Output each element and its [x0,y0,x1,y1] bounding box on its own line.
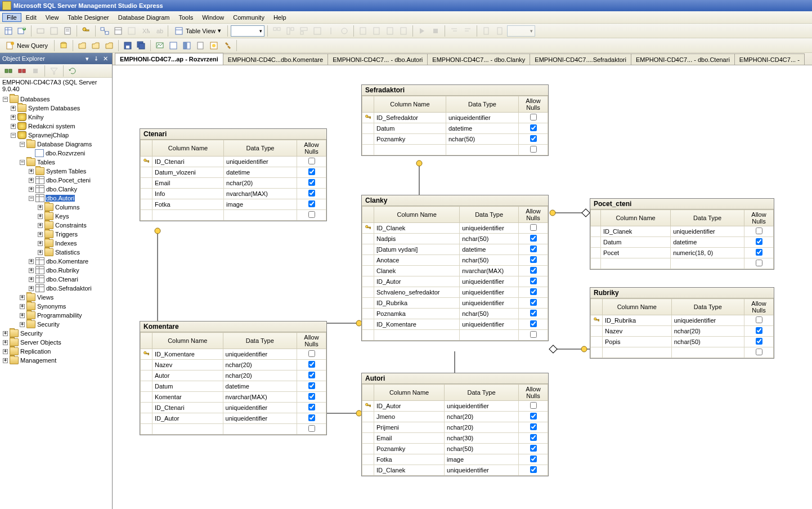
allow-nulls-checkbox[interactable] [308,200,315,207]
tree-server-objects[interactable]: Server Objects [20,339,62,346]
column-name-cell[interactable]: ID_Clanek [601,226,671,237]
explorer-pin-icon[interactable] [92,55,101,62]
menu-community[interactable]: Community [228,13,269,22]
table-row[interactable]: ID_Clanekuniqueidentifier [362,223,548,234]
allow-nulls-cell[interactable] [519,433,548,444]
column-name-cell[interactable] [374,330,460,341]
table-row[interactable]: ID_Clanekuniqueidentifier [591,226,774,237]
allow-nulls-checkbox[interactable] [530,310,537,316]
allow-nulls-cell[interactable] [297,413,326,424]
menu-database-diagram[interactable]: Database Diagram [114,13,174,22]
allow-nulls-cell[interactable] [297,424,326,435]
relationships-icon[interactable] [98,25,111,37]
table-row[interactable]: ID_Sefredaktoruniqueidentifier [362,113,548,123]
table-row[interactable] [591,347,774,358]
table-row[interactable]: ID_Komentareuniqueidentifier [141,349,326,360]
table-row[interactable]: ID_Ctenariuniqueidentifier [141,157,326,167]
allow-nulls-cell[interactable] [297,210,326,221]
data-type-cell[interactable]: uniqueidentifier [460,276,519,287]
table-row[interactable]: Emailnchar(30) [362,433,548,444]
column-name-cell[interactable]: ID_Ctenari [152,157,224,167]
table-row[interactable]: ID_Autoruniqueidentifier [362,276,548,287]
data-type-cell[interactable] [446,145,519,155]
allow-nulls-checkbox[interactable] [530,114,537,120]
column-name-cell[interactable]: ID_Autor [374,276,460,287]
data-type-cell[interactable]: uniqueidentifier [445,465,519,476]
tree-redakcni-system[interactable]: Redakcni system [28,123,76,130]
tree-synonyms[interactable]: Synonyms [37,303,66,310]
allow-nulls-checkbox[interactable] [308,179,315,186]
tree-clanky[interactable]: dbo.Clanky [46,186,78,193]
allow-nulls-checkbox[interactable] [308,158,315,164]
data-type-cell[interactable]: nchar(50) [460,234,519,244]
open-file-2-icon[interactable] [89,39,102,52]
allow-nulls-cell[interactable] [744,237,774,248]
column-name-cell[interactable]: Poznamky [374,134,446,145]
column-name-cell[interactable]: Datum [601,237,671,248]
doc-tab-ctenari[interactable]: EMPHONI-CD4C7... - dbo.Ctenari [631,53,735,65]
data-type-cell[interactable] [460,330,519,341]
allow-nulls-checkbox[interactable] [308,350,315,357]
column-name-cell[interactable] [603,347,672,358]
tree-indexes[interactable]: Indexes [55,240,78,247]
allow-nulls-cell[interactable] [744,226,774,237]
table-row[interactable]: Datum_vlozenidatetime [141,167,326,178]
allow-nulls-checkbox[interactable] [530,320,537,327]
column-name-cell[interactable]: Email [152,178,224,189]
allow-nulls-checkbox[interactable] [530,278,537,284]
diagram-table-pocet_cteni[interactable]: Pocet_cteniColumn NameData TypeAllow Nul… [590,198,774,270]
data-type-cell[interactable]: datetime [224,167,297,178]
column-name-cell[interactable] [374,145,446,155]
menu-view[interactable]: View [41,13,64,22]
data-type-cell[interactable] [671,258,744,269]
allow-nulls-checkbox[interactable] [756,227,762,234]
tree-security[interactable]: Security [20,330,43,337]
data-type-cell[interactable]: image [445,454,519,465]
table-row[interactable] [141,210,326,221]
allow-nulls-cell[interactable] [297,178,326,189]
activity-monitor-icon[interactable] [154,39,166,52]
allow-nulls-checkbox[interactable] [308,190,315,197]
data-type-cell[interactable]: uniqueidentifier [460,223,519,234]
allow-nulls-checkbox[interactable] [308,211,315,218]
column-name-cell[interactable]: Poznamky [374,444,445,454]
data-type-cell[interactable]: datetime [223,381,297,392]
allow-nulls-cell[interactable] [297,360,326,370]
column-name-cell[interactable]: Komentar [152,392,223,403]
column-name-cell[interactable]: Anotace [374,255,460,266]
disconnect-icon[interactable] [16,65,28,77]
allow-nulls-checkbox[interactable] [308,372,315,378]
allow-nulls-cell[interactable] [744,347,774,358]
menu-help[interactable]: Help [269,13,291,22]
data-type-cell[interactable]: uniqueidentifier [460,319,519,330]
allow-nulls-checkbox[interactable] [530,135,537,142]
generate-script-icon[interactable] [61,25,74,37]
diagram-table-komentare[interactable]: KomentareColumn NameData TypeAllow Nulls… [140,321,327,435]
table-row[interactable]: Autornchar(20) [141,370,326,381]
open-folder-icon[interactable] [103,39,115,52]
allow-nulls-cell[interactable] [297,392,326,403]
diagram-table-sefradaktori[interactable]: SefradaktoriColumn NameData TypeAllow Nu… [361,84,549,156]
column-name-cell[interactable]: Email [374,433,445,444]
add-table-icon[interactable]: + [16,25,28,37]
allow-nulls-checkbox[interactable] [308,361,315,368]
tree-constraints[interactable]: Constraints [55,222,87,229]
table-row[interactable]: Komentarnvarchar(MAX) [141,392,326,403]
object-explorer-icon[interactable] [181,39,193,52]
data-type-cell[interactable]: uniqueidentifier [223,403,297,413]
tree-rubriky[interactable]: dbo.Rubriky [46,267,80,274]
allow-nulls-checkbox[interactable] [530,423,537,430]
tree-komentare[interactable]: dbo.Komentare [46,258,89,265]
doc-tab-extra[interactable]: EMPHONI-CD4C7... - [734,53,805,65]
data-type-cell[interactable]: nchar(50) [460,255,519,266]
allow-nulls-cell[interactable] [297,189,326,199]
table-row[interactable] [362,330,548,341]
table-row[interactable]: Anotacenchar(50) [362,255,548,266]
allow-nulls-cell[interactable] [519,422,548,433]
data-type-cell[interactable]: uniqueidentifier [445,401,519,412]
allow-nulls-cell[interactable] [519,255,548,266]
allow-nulls-cell[interactable] [744,337,774,347]
allow-nulls-checkbox[interactable] [530,456,537,462]
menu-window[interactable]: Window [198,13,228,22]
allow-nulls-cell[interactable] [297,167,326,178]
